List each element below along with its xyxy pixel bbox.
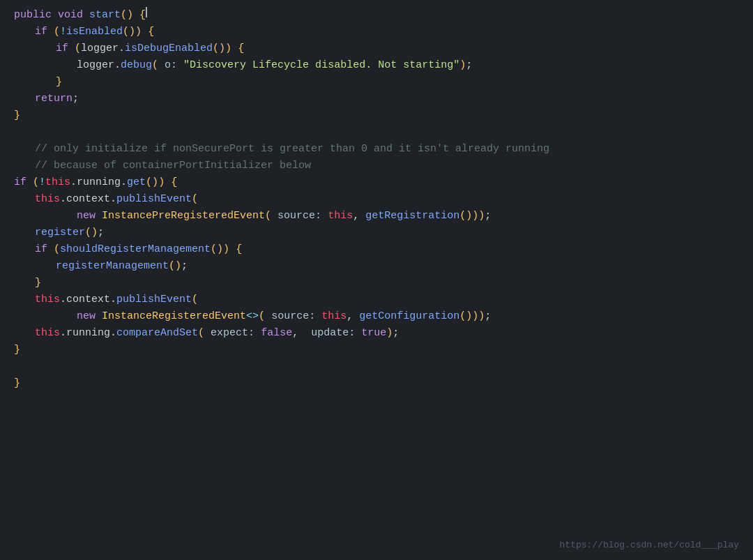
code-line: return ; — [35, 91, 739, 107]
keyword-if: if — [35, 24, 47, 40]
code-editor: public void start () { if ( ! isEnabled … — [0, 0, 753, 560]
keyword-new: new — [77, 208, 96, 225]
code-line-empty — [14, 358, 739, 375]
method-start: start — [89, 7, 121, 24]
code-line: // only initialize if nonSecurePort is g… — [35, 141, 739, 158]
code-line: if ( ! isEnabled () ) { — [35, 24, 739, 40]
code-line: register () ; — [35, 225, 739, 241]
code-line: new InstancePreRegisteredEvent ( source:… — [77, 208, 739, 225]
keyword-new2: new — [77, 308, 96, 325]
code-line: } — [56, 74, 739, 91]
code-line-empty — [14, 124, 739, 141]
text-cursor — [146, 7, 147, 17]
keyword-if4: if — [35, 241, 47, 258]
code-line: this .context. publishEvent ( — [35, 191, 739, 208]
watermark: https://blog.csdn.net/cold___play — [560, 538, 739, 553]
code-line: if ( ! this .running. get () ) { — [14, 174, 739, 191]
code-line: if ( shouldRegisterManagement () ) { — [35, 241, 739, 258]
keyword-public: public — [14, 7, 52, 24]
code-line: } — [14, 342, 739, 358]
keyword-if2: if — [56, 40, 68, 57]
code-line: logger. debug ( o: "Discovery Lifecycle … — [77, 57, 739, 74]
code-line: } — [14, 375, 739, 392]
code-line: } — [14, 107, 739, 124]
keyword-return: return — [35, 91, 73, 107]
code-line: new InstanceRegisteredEvent <> ( source:… — [77, 308, 739, 325]
keyword-if3: if — [14, 174, 26, 191]
code-line: this .running. compareAndSet ( expect: f… — [35, 325, 739, 342]
code-line: // because of containerPortInitializer b… — [35, 158, 739, 174]
code-line: } — [35, 275, 739, 292]
keyword-void: void — [58, 7, 83, 24]
code-line: this .context. publishEvent ( — [35, 292, 739, 308]
code-line: registerManagement () ; — [56, 258, 739, 275]
code-line: if ( logger. isDebugEnabled () ) { — [56, 40, 739, 57]
code-line: public void start () { — [14, 7, 739, 24]
